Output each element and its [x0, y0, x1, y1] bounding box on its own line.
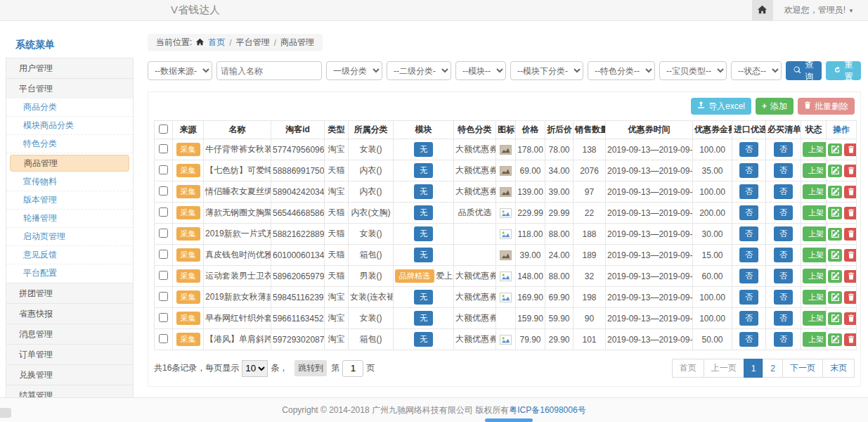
sidebar-item-group[interactable]: 消息管理	[6, 324, 134, 345]
must-buy-toggle[interactable]: 否	[774, 205, 793, 220]
row-checkbox[interactable]	[159, 165, 168, 174]
sidebar-item-group[interactable]: 平台管理	[6, 78, 134, 99]
item-type-select[interactable]: --宝贝类型--	[659, 61, 727, 80]
edit-button[interactable]	[828, 249, 842, 262]
edit-button[interactable]	[828, 228, 842, 241]
level1-category-select[interactable]: 一级分类	[326, 61, 382, 80]
must-buy-toggle[interactable]: 否	[774, 332, 793, 347]
edit-button[interactable]	[828, 270, 842, 283]
module-badge[interactable]: 无	[414, 311, 433, 326]
search-button[interactable]: 查询	[786, 61, 822, 80]
sidebar-subitem[interactable]: 宣传物料	[6, 173, 133, 191]
edit-button[interactable]	[828, 333, 842, 346]
select-all-checkbox[interactable]	[159, 124, 168, 134]
edit-button[interactable]	[828, 312, 842, 325]
row-checkbox[interactable]	[159, 334, 168, 343]
status-toggle[interactable]: 上架	[803, 205, 827, 220]
delete-button[interactable]	[844, 143, 857, 156]
delete-button[interactable]	[844, 228, 857, 241]
pager-button[interactable]: 1	[744, 359, 764, 378]
delete-button[interactable]	[844, 333, 857, 346]
must-buy-toggle[interactable]: 否	[774, 184, 793, 199]
sidebar-subitem[interactable]: 意见反馈	[6, 246, 133, 264]
status-toggle[interactable]: 上架	[803, 332, 827, 347]
import-excel-button[interactable]: 导入excel	[691, 98, 751, 115]
module-badge[interactable]: 无	[414, 142, 433, 157]
status-toggle[interactable]: 上架	[803, 226, 827, 241]
sidebar-subitem[interactable]: 特色分类	[6, 135, 133, 153]
row-checkbox[interactable]	[159, 250, 168, 259]
sidebar-item-group[interactable]: 用户管理	[6, 58, 134, 79]
batch-delete-button[interactable]: 批量删除	[798, 98, 855, 115]
user-menu[interactable]: 欢迎您，管理员!▼	[784, 4, 854, 16]
delete-button[interactable]	[844, 207, 857, 219]
module-badge[interactable]: 品牌精选	[395, 269, 434, 283]
row-checkbox[interactable]	[159, 186, 168, 196]
sidebar-subitem[interactable]: 商品分类	[6, 98, 133, 117]
status-toggle[interactable]: 上架	[803, 163, 827, 178]
reset-button[interactable]: 重置	[826, 61, 862, 80]
pager-button[interactable]: 下一页	[782, 359, 823, 378]
module-badge[interactable]: 无	[414, 184, 433, 199]
name-input[interactable]	[216, 61, 322, 80]
import-select-toggle[interactable]: 否	[739, 311, 758, 326]
row-checkbox[interactable]	[159, 144, 168, 153]
import-select-toggle[interactable]: 否	[739, 142, 758, 157]
row-checkbox[interactable]	[159, 271, 168, 280]
module-badge[interactable]: 无	[414, 290, 433, 305]
status-toggle[interactable]: 上架	[803, 290, 827, 305]
data-source-select[interactable]: --数据来源--	[148, 61, 212, 80]
must-buy-toggle[interactable]: 否	[774, 290, 793, 305]
sidebar-item-group[interactable]: 结算管理	[6, 385, 134, 397]
status-toggle[interactable]: 上架	[803, 142, 827, 157]
sidebar-subitem[interactable]: 版本管理	[6, 191, 133, 210]
row-checkbox[interactable]	[159, 313, 168, 322]
import-select-toggle[interactable]: 否	[739, 163, 758, 178]
row-checkbox[interactable]	[159, 229, 168, 238]
sidebar-item-group[interactable]: 省惠快报	[6, 303, 134, 324]
sidebar-item-group[interactable]: 兑换管理	[6, 364, 134, 385]
sidebar-subitem[interactable]: 轮播管理	[6, 210, 133, 228]
pager-button[interactable]: 末页	[822, 359, 855, 378]
status-toggle[interactable]: 上架	[803, 311, 827, 326]
pager-button[interactable]: 首页	[672, 359, 704, 378]
horizontal-scrollbar-thumb[interactable]	[485, 418, 533, 422]
import-select-toggle[interactable]: 否	[739, 226, 758, 241]
status-toggle[interactable]: 上架	[803, 248, 827, 262]
status-toggle[interactable]: 上架	[803, 184, 827, 199]
icp-link[interactable]: 粤ICP备16098006号	[509, 404, 585, 416]
sidebar-item-group[interactable]: 拼团管理	[6, 283, 134, 304]
delete-button[interactable]	[844, 165, 857, 177]
breadcrumb-home-link[interactable]: 首页	[208, 37, 225, 49]
pager-button[interactable]: 上一页	[704, 359, 744, 378]
add-button[interactable]: + 添加	[756, 98, 793, 115]
import-select-toggle[interactable]: 否	[739, 290, 758, 305]
must-buy-toggle[interactable]: 否	[774, 311, 793, 326]
delete-button[interactable]	[844, 249, 857, 262]
delete-button[interactable]	[844, 291, 857, 304]
import-select-toggle[interactable]: 否	[739, 332, 758, 347]
status-toggle[interactable]: 上架	[803, 269, 827, 283]
sidebar-subitem[interactable]: 平台配置	[6, 264, 133, 283]
edit-button[interactable]	[828, 165, 842, 177]
module-badge[interactable]: 无	[414, 163, 433, 178]
sidebar-subitem[interactable]: 启动页管理	[6, 228, 133, 246]
level2-category-select[interactable]: --二级分类--	[387, 61, 451, 80]
sidebar-subitem[interactable]: 商品管理	[10, 155, 129, 172]
module-badge[interactable]: 无	[414, 205, 433, 220]
row-checkbox[interactable]	[159, 292, 168, 301]
page-number-input[interactable]	[342, 360, 363, 377]
must-buy-toggle[interactable]: 否	[774, 226, 793, 241]
pager-button[interactable]: 2	[763, 359, 783, 378]
row-checkbox[interactable]	[159, 207, 168, 217]
edit-button[interactable]	[828, 143, 842, 156]
feature-category-select[interactable]: --特色分类--	[588, 61, 655, 80]
module-sub-category-select[interactable]: --模块下分类--	[510, 61, 583, 80]
sidebar-subitem[interactable]: 模块商品分类	[6, 117, 133, 135]
sidebar-item-group[interactable]: 订单管理	[6, 344, 134, 365]
must-buy-toggle[interactable]: 否	[774, 163, 793, 178]
must-buy-toggle[interactable]: 否	[774, 142, 793, 157]
must-buy-toggle[interactable]: 否	[774, 248, 793, 262]
delete-button[interactable]	[844, 186, 857, 198]
module-select[interactable]: --模块--	[455, 61, 506, 80]
